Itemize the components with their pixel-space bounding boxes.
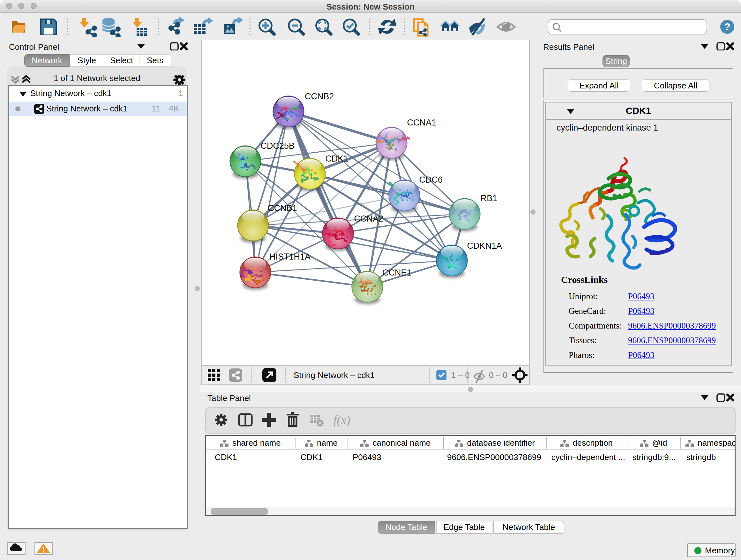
svg-text:CCNA1: CCNA1 [407,118,436,127]
svg-text:?: ? [724,21,731,33]
svg-text:HIST1H1A: HIST1H1A [269,252,311,261]
svg-text:1 – 0: 1 – 0 [451,370,470,380]
svg-text:RB1: RB1 [481,193,497,203]
svg-text:CDC25B: CDC25B [261,141,295,151]
svg-text:CDKN1A: CDKN1A [467,241,502,251]
svg-text:String Network – cdk1: String Network – cdk1 [293,370,375,380]
svg-text:f(x): f(x) [333,413,350,427]
svg-text:CCNB2: CCNB2 [305,91,334,101]
svg-text:CCNA2: CCNA2 [354,214,384,224]
svg-text:CDC6: CDC6 [419,175,443,185]
svg-text:CCNB1: CCNB1 [268,203,297,213]
svg-text:CCNE1: CCNE1 [382,268,412,277]
svg-text:0 – 0: 0 – 0 [489,370,508,380]
svg-text:CDK1: CDK1 [325,154,348,164]
